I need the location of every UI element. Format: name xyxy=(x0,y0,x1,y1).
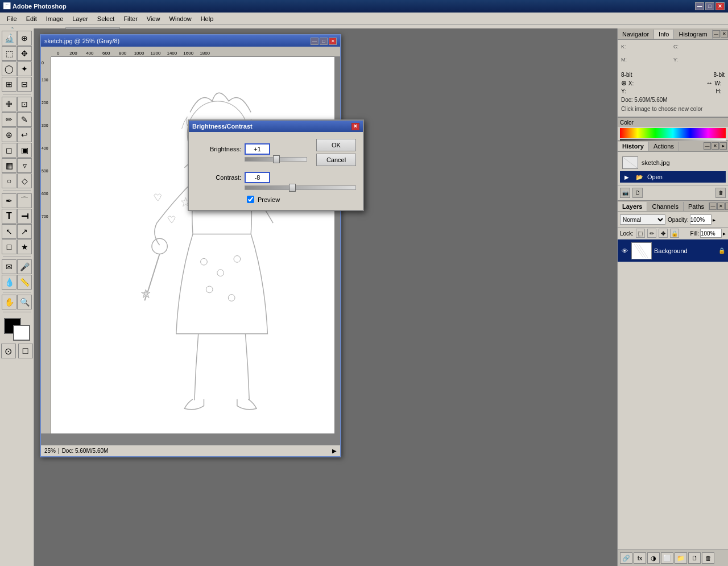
canvas-area[interactable]: 0 200 400 600 800 1000 1200 1400 1600 18… xyxy=(41,47,340,445)
tool-custom-shape[interactable]: ★ xyxy=(17,239,32,254)
tool-clone-stamp[interactable]: ⊕ xyxy=(2,127,16,142)
tool-lasso[interactable]: ◯ xyxy=(2,61,16,76)
layers-minimize[interactable]: — xyxy=(709,203,717,210)
menu-window[interactable]: Window xyxy=(165,14,196,23)
preview-label[interactable]: Preview xyxy=(258,196,280,203)
tool-pen[interactable]: ✒ xyxy=(2,193,16,208)
tool-notes[interactable]: ✉ xyxy=(2,259,16,274)
tool-hand[interactable]: ✋ xyxy=(2,295,16,309)
history-close[interactable]: ✕ xyxy=(712,142,719,150)
layers-close[interactable]: ✕ xyxy=(717,203,725,210)
tab-layers[interactable]: Layers xyxy=(618,202,647,211)
preview-checkbox[interactable] xyxy=(247,196,254,203)
tool-paint-bucket[interactable]: ▿ xyxy=(17,158,32,173)
doc-close-btn[interactable]: ✕ xyxy=(329,38,337,45)
color-gradient-bar[interactable] xyxy=(620,128,726,138)
contrast-slider-track[interactable] xyxy=(245,185,356,190)
brightness-slider-track[interactable] xyxy=(245,157,307,162)
tool-eyedropper2[interactable]: 💧 xyxy=(2,275,16,290)
menu-layer[interactable]: Layer xyxy=(68,14,93,23)
tab-history[interactable]: History xyxy=(618,142,649,151)
layer-style-btn[interactable]: fx xyxy=(634,552,646,564)
layer-eye-icon[interactable]: 👁 xyxy=(620,246,629,255)
history-menu[interactable]: ▸ xyxy=(719,142,727,150)
fill-arrow[interactable]: ▸ xyxy=(723,230,726,237)
opacity-input[interactable] xyxy=(690,214,712,225)
tab-info[interactable]: Info xyxy=(654,30,674,39)
quick-mask-btn[interactable]: ⊙ xyxy=(1,344,16,358)
minimize-button[interactable]: — xyxy=(695,2,704,10)
tool-move[interactable]: ✥ xyxy=(17,46,32,61)
adjustment-layer-btn[interactable]: ⬜ xyxy=(661,552,673,564)
nav-panel-close[interactable]: ✕ xyxy=(721,30,728,38)
lock-transparent-btn[interactable]: ⬚ xyxy=(636,229,645,238)
maximize-button[interactable]: □ xyxy=(705,2,714,10)
menu-help[interactable]: Help xyxy=(196,14,218,23)
layer-mask-btn[interactable]: ◑ xyxy=(647,552,660,564)
cancel-button[interactable]: Cancel xyxy=(316,154,356,166)
tool-slice[interactable]: ⊟ xyxy=(17,77,32,92)
tool-bg-eraser[interactable]: ▣ xyxy=(17,143,32,158)
tool-vertical-type[interactable]: T xyxy=(17,209,32,224)
menu-view[interactable]: View xyxy=(142,14,165,23)
tab-paths[interactable]: Paths xyxy=(684,202,709,211)
tool-audio[interactable]: 🎤 xyxy=(17,259,32,274)
new-group-btn[interactable]: 📁 xyxy=(675,552,687,564)
screen-mode-btn[interactable]: □ xyxy=(18,344,33,358)
contrast-slider-thumb[interactable] xyxy=(289,184,296,192)
tool-color-sampler[interactable]: ⊕ xyxy=(17,31,32,46)
lock-position-btn[interactable]: ✥ xyxy=(659,229,668,238)
close-button[interactable]: ✕ xyxy=(715,2,725,10)
tool-freeform-pen[interactable]: ⌒ xyxy=(17,193,32,208)
tool-eyedropper[interactable]: 🔬 xyxy=(2,31,16,46)
history-snapshot-btn[interactable]: 📷 xyxy=(620,188,630,198)
history-delete-btn[interactable]: 🗑 xyxy=(715,188,726,198)
delete-layer-btn[interactable]: 🗑 xyxy=(702,552,714,564)
color-selector[interactable] xyxy=(4,318,30,341)
link-layers-btn[interactable]: 🔗 xyxy=(620,552,632,564)
nav-panel-minimize[interactable]: — xyxy=(713,30,720,38)
tab-histogram[interactable]: Histogram xyxy=(674,30,712,39)
image-canvas[interactable] xyxy=(51,57,334,433)
lock-all-btn[interactable]: 🔒 xyxy=(670,229,679,238)
tool-brush[interactable]: ✏ xyxy=(2,112,16,127)
new-layer-btn[interactable]: 🗋 xyxy=(688,552,701,564)
tool-patch[interactable]: ⊡ xyxy=(17,97,32,111)
contrast-input[interactable] xyxy=(245,172,270,183)
tool-pencil[interactable]: ✎ xyxy=(17,112,32,127)
doc-maximize-btn[interactable]: □ xyxy=(320,38,328,45)
history-minimize[interactable]: — xyxy=(704,142,711,150)
tool-crop[interactable]: ⊞ xyxy=(2,77,16,92)
history-item-open[interactable]: ▶ 📂 Open xyxy=(620,171,726,183)
blend-mode-select[interactable]: Normal Multiply Screen xyxy=(620,214,665,225)
tab-actions[interactable]: Actions xyxy=(649,142,679,151)
brightness-slider-thumb[interactable] xyxy=(273,155,280,163)
tool-magic-wand[interactable]: ✦ xyxy=(17,61,32,76)
menu-select[interactable]: Select xyxy=(93,14,119,23)
tool-healing[interactable]: ✙ xyxy=(2,97,16,111)
ok-button[interactable]: OK xyxy=(316,139,356,151)
tool-sharpen[interactable]: ◇ xyxy=(17,173,32,188)
tab-navigator[interactable]: Navigator xyxy=(618,30,654,39)
tool-blur[interactable]: ○ xyxy=(2,173,16,188)
tool-direct-selection[interactable]: ↗ xyxy=(17,224,32,239)
menu-edit[interactable]: Edit xyxy=(22,14,42,23)
tool-zoom[interactable]: 🔍 xyxy=(17,295,32,309)
tool-eraser[interactable]: ◻ xyxy=(2,143,16,158)
tab-channels[interactable]: Channels xyxy=(647,202,683,211)
fill-input[interactable] xyxy=(700,229,722,238)
tool-path-selection[interactable]: ↖ xyxy=(2,224,16,239)
history-new-doc-btn[interactable]: 🗋 xyxy=(632,188,643,198)
tool-ruler[interactable]: 📏 xyxy=(17,275,32,290)
menu-filter[interactable]: Filter xyxy=(119,14,142,23)
brightness-input[interactable] xyxy=(245,143,270,155)
bc-close-btn[interactable]: ✕ xyxy=(351,123,359,130)
doc-minimize-btn[interactable]: — xyxy=(311,38,318,45)
tool-gradient[interactable]: ▦ xyxy=(2,158,16,173)
tool-history-brush[interactable]: ↩ xyxy=(17,127,32,142)
lock-image-btn[interactable]: ✏ xyxy=(647,229,656,238)
opacity-arrow[interactable]: ▸ xyxy=(713,217,715,223)
tool-type[interactable]: T xyxy=(2,209,16,224)
tool-shape[interactable]: □ xyxy=(2,239,16,254)
layers-menu[interactable]: ▸ xyxy=(725,203,728,210)
